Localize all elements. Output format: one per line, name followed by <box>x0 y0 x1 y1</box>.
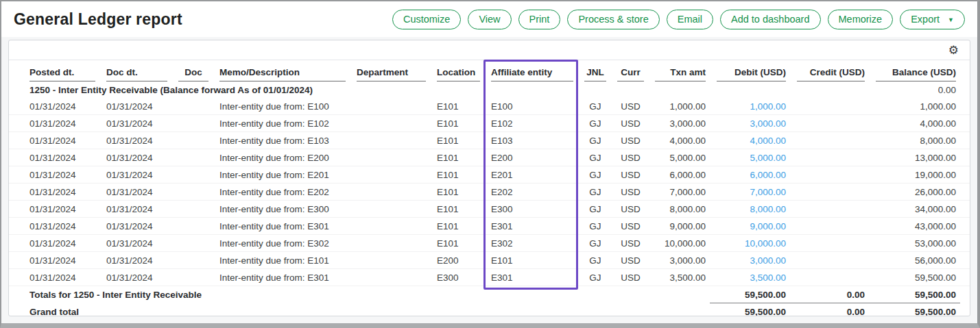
cell-posted: 01/31/2024 <box>23 252 99 269</box>
grand-total-row-balance: 59,500.00 <box>869 303 960 317</box>
column-header-jnl: JNL <box>577 62 610 81</box>
table-row: 01/31/202401/31/2024Inter-entity due fro… <box>9 149 970 166</box>
cell-credit <box>790 98 869 115</box>
cell-doc <box>171 235 213 252</box>
cell-doc <box>171 184 213 201</box>
content-area: ⚙ Posted dt.Doc dt.DocMemo/DescriptionDe… <box>1 37 977 323</box>
cell-txn: 3,000.00 <box>648 115 710 132</box>
cell-department <box>350 235 430 252</box>
cell-credit <box>790 235 869 252</box>
table-row: 01/31/202401/31/2024Inter-entity due fro… <box>9 269 970 286</box>
cell-posted: 01/31/2024 <box>23 166 99 184</box>
cell-location: E101 <box>430 115 484 132</box>
totals-row-txn <box>648 286 710 303</box>
button-add-to-dashboard[interactable]: Add to dashboard <box>720 10 820 29</box>
cell-posted: 01/31/2024 <box>23 98 99 115</box>
cell-doc <box>171 98 213 115</box>
button-view[interactable]: View <box>468 10 511 29</box>
debit-amount-link[interactable]: 7,000.00 <box>750 187 786 197</box>
debit-amount-link[interactable]: 6,000.00 <box>750 170 786 180</box>
debit-amount-link[interactable]: 4,000.00 <box>750 136 786 146</box>
cell-debit: 7,000.00 <box>710 184 790 201</box>
cell-memo: Inter-entity due from: E301 <box>213 218 350 235</box>
cell-memo: Inter-entity due from: E101 <box>213 252 350 269</box>
column-header-memo: Memo/Description <box>213 62 350 81</box>
cell-jnl: GJ <box>577 184 610 201</box>
cell-debit: 6,000.00 <box>710 166 790 184</box>
cell-balance: 34,000.00 <box>869 201 960 218</box>
debit-amount-link[interactable]: 9,000.00 <box>750 221 786 231</box>
spacer-cell <box>960 303 970 317</box>
debit-amount-link[interactable]: 8,000.00 <box>750 204 786 214</box>
cell-txn: 3,500.00 <box>648 269 710 286</box>
debit-amount-link[interactable]: 3,000.00 <box>750 118 786 129</box>
column-header-txn: Txn amt <box>648 62 710 81</box>
cell-memo: Inter-entity due from: E300 <box>213 201 350 218</box>
spacer-cell <box>960 235 970 252</box>
column-header-department: Department <box>350 62 430 81</box>
spacer-cell <box>960 98 970 115</box>
toolbar: CustomizeViewPrintProcess & storeEmailAd… <box>392 10 965 29</box>
cell-location: E101 <box>430 98 484 115</box>
cell-doc <box>171 218 213 235</box>
debit-amount-link[interactable]: 1,000.00 <box>750 101 786 112</box>
button-print[interactable]: Print <box>518 10 561 29</box>
cell-posted: 01/31/2024 <box>23 115 99 132</box>
spacer-cell <box>9 252 23 269</box>
cell-doc <box>171 269 213 286</box>
grand-total-row-credit: 0.00 <box>790 303 869 317</box>
debit-amount-link[interactable]: 3,000.00 <box>750 255 786 266</box>
spacer-cell <box>960 149 970 166</box>
header-row: Posted dt.Doc dt.DocMemo/DescriptionDepa… <box>9 62 970 81</box>
spacer-cell <box>960 286 970 303</box>
button-email[interactable]: Email <box>667 10 713 29</box>
debit-amount-link[interactable]: 3,500.00 <box>750 273 786 283</box>
cell-balance: 1,000.00 <box>869 98 960 115</box>
cell-curr: USD <box>610 98 648 115</box>
debit-amount-link[interactable]: 10,000.00 <box>745 238 786 249</box>
spacer-cell <box>9 218 23 235</box>
cell-docdt: 01/31/2024 <box>99 132 171 149</box>
cell-jnl: GJ <box>577 201 610 218</box>
cell-credit <box>790 252 869 269</box>
button-customize[interactable]: Customize <box>392 10 462 29</box>
cell-jnl: GJ <box>577 252 610 269</box>
cell-debit: 3,500.00 <box>710 269 790 286</box>
cell-docdt: 01/31/2024 <box>99 269 171 286</box>
cell-posted: 01/31/2024 <box>23 184 99 201</box>
totals-row-balance: 59,500.00 <box>869 286 960 303</box>
column-header-curr: Curr <box>610 62 648 81</box>
cell-location: E300 <box>430 269 484 286</box>
spacer-cell <box>960 132 970 149</box>
cell-curr: USD <box>610 235 648 252</box>
table-row: 01/31/202401/31/2024Inter-entity due fro… <box>9 184 970 201</box>
button-process-store[interactable]: Process & store <box>567 10 659 29</box>
export-button[interactable]: Export ▼ <box>900 10 965 29</box>
table-row: 01/31/202401/31/2024Inter-entity due fro… <box>9 252 970 269</box>
column-header-credit: Credit (USD) <box>790 62 869 81</box>
report-card: ⚙ Posted dt.Doc dt.DocMemo/DescriptionDe… <box>8 40 970 316</box>
cell-jnl: GJ <box>577 218 610 235</box>
cell-location: E101 <box>430 218 484 235</box>
title-bar: General Ledger report CustomizeViewPrint… <box>1 1 977 37</box>
debit-amount-link[interactable]: 5,000.00 <box>750 153 786 163</box>
cell-department <box>350 201 430 218</box>
totals-row: Totals for 1250 - Inter Entity Receivabl… <box>9 286 970 303</box>
cell-curr: USD <box>610 149 648 166</box>
cell-doc <box>171 149 213 166</box>
cell-debit: 3,000.00 <box>710 115 790 132</box>
spacer-cell <box>960 166 970 184</box>
cell-memo: Inter-entity due from: E302 <box>213 235 350 252</box>
cell-department <box>350 115 430 132</box>
cell-credit <box>790 201 869 218</box>
cell-department <box>350 166 430 184</box>
button-memorize[interactable]: Memorize <box>828 10 894 29</box>
spacer-cell <box>9 201 23 218</box>
cell-posted: 01/31/2024 <box>23 149 99 166</box>
spacer-cell <box>960 201 970 218</box>
cell-credit <box>790 115 869 132</box>
gear-icon[interactable]: ⚙ <box>948 45 959 56</box>
cell-balance: 13,000.00 <box>869 149 960 166</box>
column-header-balance: Balance (USD) <box>869 62 960 81</box>
chevron-down-icon: ▼ <box>948 16 954 23</box>
